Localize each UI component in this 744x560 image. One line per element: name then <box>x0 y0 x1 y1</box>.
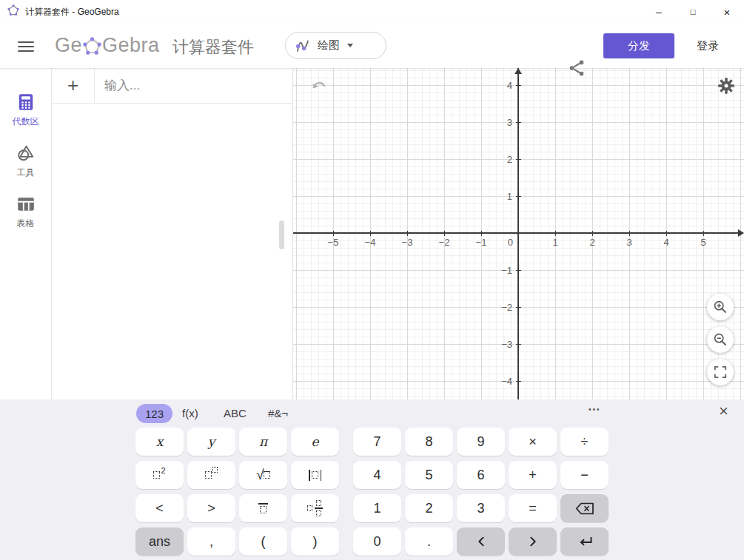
placeholder-box-icon <box>264 471 270 479</box>
key-4[interactable]: 4 <box>353 461 401 489</box>
key-equals[interactable]: = <box>509 494 557 522</box>
hamburger-menu-icon[interactable] <box>18 38 34 53</box>
panel-resize-handle[interactable] <box>279 220 284 249</box>
y-axis-arrow <box>515 68 522 74</box>
window-close-button[interactable]: × <box>710 0 744 24</box>
expression-input[interactable] <box>95 68 292 103</box>
x-tick-label: 2 <box>589 237 594 248</box>
key-backspace[interactable] <box>560 494 609 522</box>
key-power[interactable] <box>187 461 235 489</box>
backspace-icon <box>575 502 594 515</box>
share-icon[interactable] <box>567 58 586 81</box>
key-minus[interactable]: − <box>560 461 609 489</box>
key-fraction[interactable] <box>239 494 287 522</box>
key-0[interactable]: 0 <box>353 527 401 556</box>
enter-icon <box>577 536 593 547</box>
key-less-than[interactable]: < <box>135 494 184 522</box>
key-e[interactable]: e <box>291 428 339 456</box>
keyboard-tab-symbols[interactable]: #&¬ <box>268 407 288 419</box>
x-axis-tick <box>703 231 704 236</box>
cursor-left-icon <box>475 536 487 547</box>
x-tick-label: −3 <box>402 237 413 248</box>
fraction-icon <box>258 503 268 513</box>
fullscreen-button[interactable] <box>707 359 734 385</box>
key-x[interactable]: x <box>135 428 184 456</box>
x-axis-tick <box>592 231 593 236</box>
x-tick-label: −4 <box>365 237 376 248</box>
view-sidebar: 代数区 工具 表格 <box>0 68 52 399</box>
key-greater-than[interactable]: > <box>187 494 235 522</box>
key-mixed-number[interactable] <box>291 494 339 522</box>
zoom-out-button[interactable] <box>707 326 734 353</box>
whole-box-icon <box>307 505 312 511</box>
y-axis <box>517 68 519 399</box>
key-decimal-point[interactable]: . <box>405 527 453 556</box>
geogebra-window-icon <box>7 4 19 19</box>
spreadsheet-icon <box>16 195 36 214</box>
key-abs[interactable] <box>291 461 339 489</box>
chevron-down-icon <box>347 44 353 47</box>
algebra-input-row: + <box>52 68 292 104</box>
keyboard-tab-abc[interactable]: ABC <box>224 407 247 419</box>
x-tick-label: −2 <box>439 237 450 248</box>
sidebar-item-algebra[interactable]: 代数区 <box>2 92 50 128</box>
y-axis-tick <box>516 381 521 382</box>
key-9[interactable]: 9 <box>457 428 505 456</box>
x-tick-label: 3 <box>626 237 631 248</box>
distribute-button[interactable]: 分发 <box>603 33 674 58</box>
key-sqrt[interactable]: √ <box>239 461 287 489</box>
login-button[interactable]: 登录 <box>697 39 719 53</box>
x-axis-tick <box>555 231 556 236</box>
key-1[interactable]: 1 <box>353 494 401 522</box>
window-title: 计算器套件 - GeoGebra <box>25 6 119 18</box>
sidebar-item-tools[interactable]: 工具 <box>2 144 50 179</box>
more-icon[interactable]: ••• <box>589 405 601 414</box>
key-2[interactable]: 2 <box>405 494 453 522</box>
maximize-button[interactable]: □ <box>676 0 710 24</box>
mode-selector[interactable]: 绘图 <box>285 32 386 59</box>
cursor-right-icon <box>527 536 539 547</box>
placeholder-box-icon <box>153 471 160 479</box>
key-6[interactable]: 6 <box>457 461 505 489</box>
key-comma[interactable]: , <box>187 527 235 556</box>
sidebar-item-label: 代数区 <box>13 115 39 128</box>
add-expression-button[interactable]: + <box>52 68 95 103</box>
key-3[interactable]: 3 <box>457 494 505 522</box>
sidebar-item-label: 表格 <box>17 217 35 230</box>
y-tick-label: −3 <box>501 339 512 350</box>
minimize-button[interactable]: – <box>642 0 676 24</box>
key-cursor-right[interactable] <box>509 527 557 556</box>
geogebra-logo: Ge Gebra <box>55 34 160 57</box>
app-name: 计算器套件 <box>172 36 254 58</box>
key-8[interactable]: 8 <box>405 428 453 456</box>
y-axis-tick <box>516 159 521 160</box>
exponent-box-icon <box>212 467 218 473</box>
key-enter[interactable] <box>560 527 609 556</box>
keyboard-tab-fx[interactable]: f(x) <box>182 407 198 419</box>
key-square[interactable]: 2 <box>135 461 184 489</box>
key-ans[interactable]: ans <box>135 527 184 556</box>
x-axis-tick <box>481 231 482 236</box>
sidebar-item-table[interactable]: 表格 <box>2 195 50 230</box>
key-y[interactable]: y <box>187 428 235 456</box>
placeholder-box-icon <box>312 471 318 479</box>
undo-icon[interactable] <box>311 78 329 95</box>
key-pi[interactable]: π <box>239 428 287 456</box>
key-paren-open[interactable]: ( <box>239 527 287 556</box>
key-5[interactable]: 5 <box>405 461 453 489</box>
key-paren-close[interactable]: ) <box>291 527 339 556</box>
key-divide[interactable]: ÷ <box>560 428 609 456</box>
y-axis-tick <box>516 344 521 345</box>
key-cursor-left[interactable] <box>457 527 505 556</box>
graph-canvas[interactable]: −5−4−3−2−10123454321−1−2−3−4 <box>293 68 744 399</box>
y-tick-label: −4 <box>501 376 512 387</box>
key-7[interactable]: 7 <box>353 428 401 456</box>
keyboard-tab-123[interactable]: 123 <box>136 404 172 423</box>
key-multiply[interactable]: × <box>509 428 557 456</box>
zoom-in-button[interactable] <box>707 294 734 320</box>
settings-gear-icon[interactable] <box>717 77 735 98</box>
window-titlebar: 计算器套件 - GeoGebra – □ × <box>0 0 744 24</box>
key-plus[interactable]: + <box>509 461 557 489</box>
y-axis-tick <box>516 196 521 197</box>
keyboard-close-icon[interactable]: × <box>719 402 728 421</box>
